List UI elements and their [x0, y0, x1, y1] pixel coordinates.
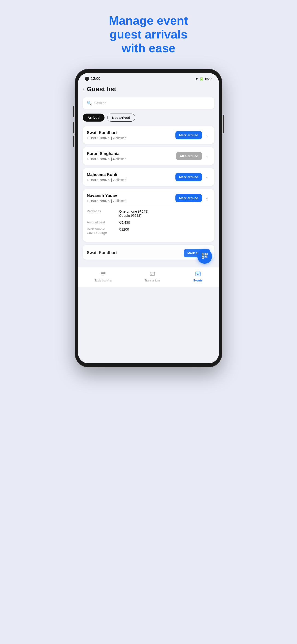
amount-label: Amount paid: [87, 220, 114, 224]
guest-info-3: Maheema Kohli +919999788409 | 7 allowed: [87, 172, 126, 182]
guest-name-4: Navansh Yadav: [87, 193, 126, 198]
status-bar: 12:00 ▾ 🔋 85%: [78, 73, 219, 83]
partial-guest-name: Swati Kandhari: [87, 250, 117, 255]
wifi-icon: ▾: [196, 76, 198, 81]
redeemable-value: ₹1200: [119, 227, 129, 235]
nav-transactions[interactable]: Transactions: [144, 271, 160, 282]
chevron-down-icon-1[interactable]: ⌄: [204, 132, 210, 138]
packages-label: Packages: [87, 209, 114, 218]
all-arrived-btn-2[interactable]: All 4 arrived: [176, 152, 202, 160]
mark-arrived-btn-1[interactable]: Mark arrived: [176, 131, 202, 139]
svg-point-13: [151, 274, 152, 274]
svg-rect-5: [202, 257, 204, 258]
camera-dot: [85, 77, 89, 81]
chevron-down-icon-2[interactable]: ⌄: [204, 153, 210, 160]
table-booking-icon: [100, 271, 106, 278]
guest-info-2: Karan Singhania +919999788409 | 4 allowe…: [87, 151, 126, 161]
nav-table-booking[interactable]: Table booking: [95, 271, 112, 282]
guest-card-3: Maheema Kohli +919999788409 | 7 allowed …: [83, 168, 214, 186]
mark-arrived-btn-3[interactable]: Mark arrived: [176, 173, 202, 181]
guest-info-1: Swati Kandhari +919999788409 | 2 allowed: [87, 130, 126, 140]
guest-card-4: Navansh Yadav +919999788409 | 7 allowed …: [83, 189, 214, 242]
search-icon: 🔍: [87, 101, 92, 106]
guest-name-1: Swati Kandhari: [87, 130, 126, 135]
search-input[interactable]: Search: [94, 101, 106, 106]
svg-rect-4: [206, 254, 207, 254]
guest-sub-1: +919999788409 | 2 allowed: [87, 136, 126, 140]
headline: Manage event guest arrivals with ease: [109, 14, 188, 55]
guest-info-4: Navansh Yadav +919999788409 | 7 allowed: [87, 193, 126, 203]
bottom-nav: Table booking Transactions: [78, 268, 219, 287]
guest-card-1: Swati Kandhari +919999788409 | 2 allowed…: [83, 126, 214, 144]
chevron-down-icon-3[interactable]: ⌄: [204, 174, 210, 180]
phone-shell: 12:00 ▾ 🔋 85% ‹ Guest list 🔍 Sea: [75, 69, 222, 367]
phone-screen: 12:00 ▾ 🔋 85% ‹ Guest list 🔍 Sea: [78, 73, 219, 363]
redeemable-label: RedeemableCover Charge: [87, 227, 114, 235]
nav-table-booking-label: Table booking: [95, 279, 112, 282]
nav-events[interactable]: Events: [194, 271, 202, 282]
svg-rect-11: [150, 272, 155, 276]
arrived-tab[interactable]: Arrived: [83, 114, 104, 122]
filter-tabs: Arrived Not arrived: [83, 114, 214, 122]
guest-sub-4: +919999788409 | 7 allowed: [87, 199, 126, 203]
battery-icon: 🔋: [199, 77, 204, 81]
chevron-down-icon-4[interactable]: ⌄: [204, 195, 210, 201]
nav-transactions-label: Transactions: [144, 279, 160, 282]
guest-name-3: Maheema Kohli: [87, 172, 126, 177]
guest-name-2: Karan Singhania: [87, 151, 126, 156]
back-button[interactable]: ‹: [83, 86, 84, 92]
battery-level: 85%: [205, 77, 212, 81]
status-time: 12:00: [91, 77, 100, 81]
nav-events-label: Events: [194, 279, 202, 282]
partial-guest-card: Swati Kandhari Mark arrived: [83, 245, 214, 260]
amount-value: ₹5,430: [119, 220, 130, 224]
packages-value: One on one (₹543)Couple (₹543): [119, 209, 148, 218]
guest-sub-2: +919999788409 | 4 allowed: [87, 157, 126, 161]
card-details-4: Packages One on one (₹543)Couple (₹543) …: [87, 206, 210, 235]
not-arrived-tab[interactable]: Not arrived: [107, 114, 135, 122]
guest-sub-3: +919999788409 | 7 allowed: [87, 178, 126, 182]
events-icon: [195, 271, 201, 278]
mark-arrived-btn-4[interactable]: Mark arrived: [176, 194, 202, 202]
transactions-icon: [150, 271, 156, 278]
svg-rect-3: [202, 254, 204, 254]
qr-icon: [201, 252, 208, 261]
guest-card-2: Karan Singhania +919999788409 | 4 allowe…: [83, 147, 214, 165]
qr-scan-button[interactable]: [197, 249, 212, 264]
page-title: Guest list: [87, 86, 116, 93]
search-bar[interactable]: 🔍 Search: [83, 98, 214, 109]
page-header: ‹ Guest list: [83, 83, 214, 98]
svg-rect-14: [196, 272, 200, 276]
